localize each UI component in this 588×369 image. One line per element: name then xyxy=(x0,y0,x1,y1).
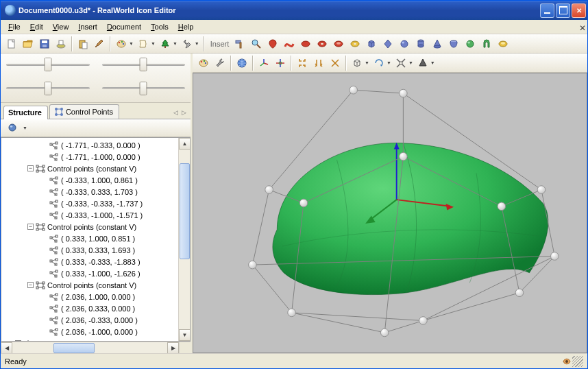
insert-cup-icon[interactable] xyxy=(446,36,461,51)
tree-row[interactable]: ( -0.333, -0.333, -1.737 ) xyxy=(1,198,178,209)
vt-cube-wire-button[interactable] xyxy=(350,56,365,71)
tree-view[interactable]: ( -1.771, -0.333, 0.000 )( -1.771, -1.00… xyxy=(1,137,191,342)
save-button[interactable] xyxy=(37,36,52,51)
insert-horseshoe-icon[interactable] xyxy=(479,36,494,51)
scroll-down-button[interactable]: ▼ xyxy=(179,329,191,341)
vt-arrows-in-button[interactable] xyxy=(295,56,310,71)
scroll-thumb-horizontal[interactable] xyxy=(53,343,95,353)
tree-node-label: ( -0.333, 0.333, 1.703 ) xyxy=(61,188,138,196)
script-button[interactable] xyxy=(136,36,151,51)
resize-grip[interactable] xyxy=(572,356,583,367)
insert-ring-icon[interactable] xyxy=(495,36,511,51)
expand-toggle[interactable]: − xyxy=(27,224,34,230)
tree-row[interactable]: ( 2.036, -1.000, 0.000 ) xyxy=(1,326,178,337)
tree-row[interactable]: ( 0.333, -0.333, -1.883 ) xyxy=(1,256,178,267)
insert-curve-icon[interactable] xyxy=(282,36,297,51)
slider-2[interactable] xyxy=(102,56,186,73)
vt-axis-xyz-button[interactable] xyxy=(256,56,271,71)
tab-next-button[interactable]: ▷ xyxy=(180,109,188,119)
object-dropdown-button[interactable] xyxy=(5,121,21,136)
maximize-button[interactable] xyxy=(556,3,570,18)
tree-row[interactable]: +Weights (16 points) xyxy=(1,337,178,341)
vt-wrench-button[interactable] xyxy=(212,56,228,71)
insert-sphere2-icon[interactable] xyxy=(463,36,478,51)
svg-rect-2 xyxy=(42,40,47,43)
insert-torus-icon[interactable] xyxy=(331,36,346,51)
tools-dropdown-button[interactable] xyxy=(180,36,195,51)
tree-row[interactable]: ( 2.036, -0.333, 0.000 ) xyxy=(1,314,178,326)
close-button[interactable] xyxy=(572,3,586,18)
minimize-button[interactable] xyxy=(540,3,554,18)
vt-arrows-down-button[interactable] xyxy=(311,56,326,71)
tree-scrollbar-vertical[interactable]: ▲ ▼ xyxy=(178,138,190,341)
vt-palette-button[interactable] xyxy=(196,56,211,71)
tab-control-points[interactable]: Control Points xyxy=(49,104,119,119)
brush-button[interactable] xyxy=(92,36,107,51)
slider-1[interactable] xyxy=(6,56,90,73)
menu-edit[interactable]: Edit xyxy=(25,21,48,32)
insert-diamond-icon[interactable] xyxy=(380,36,395,51)
insert-cylinder-icon[interactable] xyxy=(413,36,428,51)
tree-row[interactable]: −Control points (constant V) xyxy=(1,221,178,233)
insert-blob-icon[interactable] xyxy=(265,36,280,51)
slider-3[interactable] xyxy=(6,80,90,97)
insert-bean-icon[interactable] xyxy=(298,36,313,51)
vt-globe-button[interactable] xyxy=(234,56,249,71)
menu-tools[interactable]: Tools xyxy=(146,21,173,32)
tree-scrollbar-horizontal[interactable]: ◀ ▶ xyxy=(1,342,191,353)
tree-row[interactable]: ( -1.771, -1.000, 0.000 ) xyxy=(1,151,178,163)
group-icon xyxy=(36,281,45,289)
new-button[interactable] xyxy=(4,36,19,51)
3d-viewport[interactable] xyxy=(193,73,587,353)
window-title: Document0000.u3d* - RealWorld Icon Edito… xyxy=(19,6,176,14)
expand-toggle[interactable]: − xyxy=(27,165,34,171)
tree-row[interactable]: ( -0.333, -1.000, -1.571 ) xyxy=(1,209,178,221)
print-button[interactable] xyxy=(53,36,69,51)
insert-torus2-icon[interactable] xyxy=(347,36,363,51)
tree-row[interactable]: ( 2.036, 0.333, 0.000 ) xyxy=(1,302,178,314)
slider-4[interactable] xyxy=(102,80,186,97)
xmas-tree-button[interactable] xyxy=(158,36,173,51)
expand-toggle[interactable]: + xyxy=(15,340,21,341)
tree-row[interactable]: ( -0.333, 1.000, 0.861 ) xyxy=(1,174,178,186)
tab-prev-button[interactable]: ◁ xyxy=(171,109,180,119)
scroll-left-button[interactable]: ◀ xyxy=(1,342,12,354)
tree-row[interactable]: ( 0.333, -1.000, -1.626 ) xyxy=(1,267,178,279)
svg-point-128 xyxy=(551,252,559,261)
vt-axis-cross-button[interactable] xyxy=(273,56,288,71)
vt-perspective-button[interactable] xyxy=(415,56,430,71)
tree-row[interactable]: −Control points (constant V) xyxy=(1,163,178,174)
tree-row[interactable]: −Control points (constant V) xyxy=(1,279,178,291)
insert-donut-icon[interactable] xyxy=(315,36,330,51)
palette-button[interactable] xyxy=(114,36,129,51)
insert-cone-icon[interactable] xyxy=(430,36,445,51)
insert-hammer-icon[interactable] xyxy=(232,36,247,51)
expand-toggle[interactable]: − xyxy=(27,282,34,288)
menu-view[interactable]: View xyxy=(48,21,74,32)
scroll-right-button[interactable]: ▶ xyxy=(167,342,179,354)
open-button[interactable] xyxy=(21,36,36,51)
insert-search-icon[interactable] xyxy=(249,36,264,51)
vt-rotate-button[interactable] xyxy=(371,56,387,71)
tree-row[interactable]: ( 0.333, 0.333, 1.693 ) xyxy=(1,244,178,256)
scroll-up-button[interactable]: ▲ xyxy=(179,138,191,150)
tree-row[interactable]: ( -1.771, -0.333, 0.000 ) xyxy=(1,139,178,151)
vt-arrows-tilt-button[interactable] xyxy=(328,56,343,71)
tab-structure[interactable]: Structure xyxy=(3,106,48,119)
menu-file[interactable]: File xyxy=(3,21,25,32)
tree-row[interactable]: ( 2.036, 1.000, 0.000 ) xyxy=(1,291,178,302)
menu-insert[interactable]: Insert xyxy=(73,21,102,32)
insert-cube-icon[interactable] xyxy=(364,36,379,51)
svg-line-103 xyxy=(264,63,268,64)
tree-row[interactable]: ( -0.333, 0.333, 1.703 ) xyxy=(1,186,178,198)
menu-document[interactable]: Document xyxy=(102,21,146,32)
paste-button[interactable] xyxy=(75,36,90,51)
svg-point-123 xyxy=(249,261,257,269)
svg-point-9 xyxy=(119,41,120,43)
close-document-button[interactable]: ✕ xyxy=(574,22,585,32)
insert-sphere-icon[interactable] xyxy=(397,36,412,51)
scroll-thumb-vertical[interactable] xyxy=(180,163,190,259)
menu-help[interactable]: Help xyxy=(173,21,199,32)
tree-row[interactable]: ( 0.333, 1.000, 0.851 ) xyxy=(1,233,178,244)
vt-resize-button[interactable] xyxy=(393,56,408,71)
